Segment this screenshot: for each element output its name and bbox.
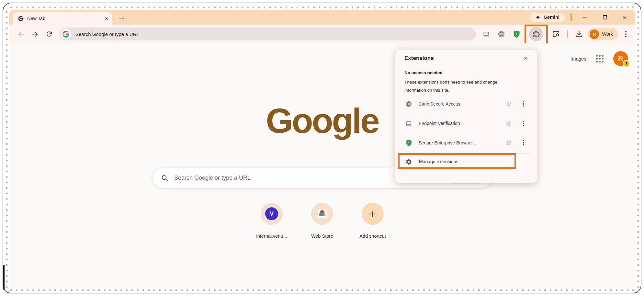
extension-name: Citrix Secure Access: [419, 101, 498, 107]
gemini-label: Gemini: [544, 15, 559, 20]
extensions-toolbar-button[interactable]: [529, 27, 544, 41]
screenshot-canvas: New Tab × Gemini ×: [0, 0, 644, 296]
new-tab-button[interactable]: [118, 14, 126, 22]
close-window-icon: ×: [623, 14, 627, 21]
extension-menu-button[interactable]: [519, 121, 528, 126]
gemini-button[interactable]: Gemini: [530, 13, 565, 22]
account-alert-badge: !: [623, 60, 630, 67]
endpoint-verification-toolbar-icon[interactable]: [480, 28, 492, 40]
browser-toolbar: R Work: [9, 25, 635, 43]
maximize-button[interactable]: [598, 11, 612, 23]
secure-enterprise-browser-extension-icon: [404, 139, 413, 147]
add-shortcut-tile: +: [362, 203, 384, 225]
tab-new-tab[interactable]: New Tab ×: [13, 12, 112, 25]
new-tab-page: Images R ! Google: [9, 43, 635, 287]
popup-close-icon[interactable]: ×: [524, 55, 528, 62]
extension-menu-button[interactable]: [519, 101, 528, 107]
profile-avatar: R: [590, 29, 599, 39]
text-cursor-artifact: [3, 265, 5, 290]
toolbar-separator: [567, 30, 568, 38]
popup-section-heading: No access needed: [404, 70, 528, 75]
popup-divider: [402, 153, 530, 154]
dotted-border-top: [8, 6, 636, 9]
gear-icon: [404, 158, 413, 165]
downloads-button[interactable]: [573, 28, 585, 40]
pin-disabled-icon[interactable]: [504, 140, 514, 146]
extensions-button-highlight-box: [525, 25, 548, 45]
manage-extensions-label: Manage extensions: [419, 159, 458, 164]
google-apps-grid-icon[interactable]: [596, 55, 604, 63]
shortcut-label: Web Store: [311, 233, 333, 239]
extension-name: Endpoint Verification: [419, 121, 498, 126]
pin-disabled-icon[interactable]: [504, 120, 514, 127]
extension-name: Secure Enterprise Browser...: [419, 140, 498, 145]
dotted-border-left: [6, 9, 8, 288]
shortcut-tile: V: [261, 203, 283, 225]
citrix-extension-icon: [404, 100, 413, 108]
maximize-icon: [603, 15, 607, 19]
pin-disabled-icon[interactable]: [504, 101, 514, 108]
shortcut-label: internal.venu...: [256, 233, 287, 239]
shortcut-internal-venu[interactable]: V internal.venu...: [253, 203, 291, 239]
forward-button[interactable]: [28, 27, 42, 41]
browser-window: New Tab × Gemini ×: [9, 10, 635, 287]
titlebar-separator: [571, 13, 572, 21]
reload-button[interactable]: [42, 27, 56, 41]
dotted-border-right: [637, 9, 639, 288]
shortcut-web-store[interactable]: Web Store: [303, 203, 341, 239]
close-window-button[interactable]: ×: [618, 11, 632, 23]
tab-title: New Tab: [27, 16, 102, 21]
shortcut-add[interactable]: + Add shortcut: [354, 203, 392, 239]
popup-section-description: These extensions don't need to see and c…: [404, 78, 509, 94]
extension-row-secure-enterprise-browser[interactable]: Secure Enterprise Browser...: [404, 133, 528, 153]
chrome-logo-icon: [18, 16, 24, 22]
google-g-icon: [61, 29, 71, 39]
tab-close-icon[interactable]: ×: [105, 16, 108, 21]
address-bar-input[interactable]: [75, 31, 474, 37]
tab-strip: New Tab × Gemini ×: [9, 10, 635, 25]
plus-icon: +: [369, 208, 376, 219]
manage-extensions-item[interactable]: Manage extensions: [404, 154, 528, 169]
shortcut-v-icon: V: [265, 207, 278, 220]
images-link[interactable]: Images: [571, 56, 586, 62]
popup-title: Extensions: [404, 55, 524, 62]
google-logo: Google: [9, 102, 635, 139]
search-input[interactable]: [174, 174, 422, 182]
extension-row-citrix[interactable]: Citrix Secure Access: [404, 94, 528, 114]
secure-enterprise-browser-toolbar-icon[interactable]: [510, 28, 523, 40]
shortcuts-row: V internal.venu...: [253, 203, 392, 239]
endpoint-verification-extension-icon: [404, 120, 413, 127]
shortcut-label: Add shortcut: [359, 233, 386, 239]
shortcut-tile: [311, 203, 333, 225]
account-avatar[interactable]: R !: [613, 51, 628, 66]
gemini-star-icon: [535, 15, 541, 20]
minimize-button[interactable]: [578, 11, 592, 23]
dotted-border-bottom: [8, 289, 636, 291]
browser-menu-button[interactable]: [621, 28, 631, 40]
search-icon: [161, 174, 168, 182]
side-panel-search-icon[interactable]: [550, 28, 562, 40]
back-button[interactable]: [14, 27, 28, 41]
web-store-icon: [316, 208, 328, 220]
extension-menu-button[interactable]: [519, 140, 528, 145]
minimize-icon: [582, 17, 587, 17]
extension-row-endpoint-verification[interactable]: Endpoint Verification: [404, 114, 528, 133]
citrix-secure-access-toolbar-icon[interactable]: [495, 28, 507, 40]
extensions-popup: Extensions × No access needed These exte…: [395, 50, 537, 183]
address-bar[interactable]: [59, 28, 476, 40]
profile-label: Work: [602, 31, 613, 37]
profile-button[interactable]: R Work: [588, 28, 618, 40]
